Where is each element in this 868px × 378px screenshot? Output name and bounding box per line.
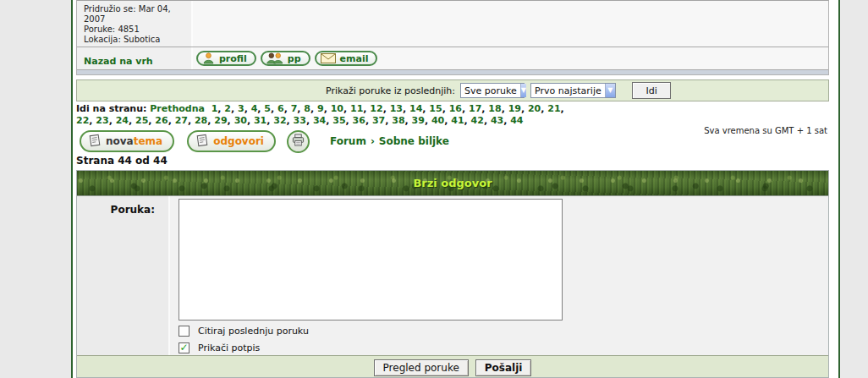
page-link-43[interactable]: 43: [491, 115, 503, 126]
breadcrumb-topic-link[interactable]: Sobne biljke: [379, 135, 449, 147]
page-link-36[interactable]: 36: [353, 115, 365, 126]
reply-button-label: odgovori: [213, 135, 264, 147]
page-link-9[interactable]: 9: [317, 103, 324, 114]
page-link-24[interactable]: 24: [116, 115, 129, 126]
filter-label: Prikaži poruke iz poslednjih:: [326, 85, 455, 96]
page-link-25[interactable]: 25: [135, 115, 148, 126]
attach-signature-checkbox[interactable]: ✓: [179, 342, 190, 353]
page-link-37[interactable]: 37: [372, 115, 385, 126]
period-select[interactable]: Sve poruke ▼: [460, 83, 525, 98]
users-icon: [266, 52, 283, 64]
attach-signature-label: Prikači potpis: [198, 342, 260, 353]
reply-button[interactable]: odgovori: [187, 130, 276, 152]
page-link-7[interactable]: 7: [291, 103, 298, 114]
quote-last-row: Citiraj poslednju poruku: [179, 325, 828, 337]
page-indicator: Strana 44 od 44: [76, 155, 168, 167]
previous-page-link[interactable]: Prethodna: [150, 103, 205, 114]
page-link-19[interactable]: 19: [508, 103, 521, 114]
page-link-22[interactable]: 22: [76, 115, 89, 126]
page-link-13[interactable]: 13: [390, 103, 403, 114]
page-link-21[interactable]: 21: [547, 103, 560, 114]
chevron-down-icon: ▼: [605, 84, 615, 97]
page-link-34[interactable]: 34: [313, 115, 326, 126]
page-link-31[interactable]: 31: [254, 115, 266, 126]
author-info-cell: Pridružio se: Mar 04, 2007 Poruke: 4851 …: [77, 1, 193, 47]
profile-button-label: profil: [219, 53, 247, 64]
page-link-16[interactable]: 16: [449, 103, 462, 114]
page-link-33[interactable]: 33: [294, 115, 306, 126]
page-link-23[interactable]: 23: [96, 115, 108, 126]
page-link-5[interactable]: 5: [264, 103, 271, 114]
quick-reply-footer: Pregled poruke Pošalji: [77, 355, 828, 378]
user-icon: [202, 52, 215, 64]
email-button[interactable]: email: [315, 51, 378, 66]
page-link-17[interactable]: 17: [469, 103, 481, 114]
document-icon: [195, 134, 209, 150]
breadcrumb-forum-link[interactable]: Forum: [330, 135, 366, 147]
page-link-20[interactable]: 20: [528, 103, 541, 114]
page-link-10[interactable]: 10: [331, 103, 343, 114]
page-link-35[interactable]: 35: [332, 115, 345, 126]
private-message-button-label: pp: [288, 53, 301, 64]
page-link-6[interactable]: 6: [277, 103, 284, 114]
page-link-14[interactable]: 14: [409, 103, 422, 114]
attach-signature-row: ✓ Prikači potpis: [179, 342, 828, 354]
page-link-30[interactable]: 30: [234, 115, 247, 126]
page-link-41[interactable]: 41: [451, 115, 464, 126]
pagination: Idi na stranu: Prethodna 1, 2, 3, 4, 5, …: [76, 103, 836, 127]
printer-icon: [292, 134, 305, 150]
page-link-4[interactable]: 4: [251, 103, 258, 114]
page-link-1[interactable]: 1: [212, 103, 218, 114]
page-link-32[interactable]: 32: [273, 115, 286, 126]
private-message-button[interactable]: pp: [261, 51, 310, 66]
quick-reply-panel: Brzi odgovor Poruka: Citiraj poslednju p…: [76, 170, 829, 378]
page-link-42[interactable]: 42: [471, 115, 484, 126]
post-filter-bar: Prikaži poruke iz poslednjih: Sve poruke…: [76, 79, 829, 101]
quote-last-checkbox[interactable]: [179, 326, 190, 337]
print-button[interactable]: [287, 130, 310, 153]
page-link-29[interactable]: 29: [214, 115, 227, 126]
document-icon: [88, 134, 102, 150]
back-to-top-link[interactable]: Nazad na vrh: [77, 47, 193, 69]
new-topic-button[interactable]: novatema: [80, 130, 174, 152]
page-link-40[interactable]: 40: [431, 115, 444, 126]
location: Lokacija: Subotica: [84, 35, 186, 45]
page-link-44[interactable]: 44: [510, 115, 523, 126]
submit-button[interactable]: Pošalji: [475, 359, 532, 376]
joined-date: Pridružio se: Mar 04, 2007: [84, 4, 186, 25]
page-link-38[interactable]: 38: [392, 115, 404, 126]
post-author-table: Pridružio se: Mar 04, 2007 Poruke: 4851 …: [76, 0, 829, 75]
order-select[interactable]: Prvo najstarije ▼: [530, 83, 616, 98]
goto-page-label: Idi na stranu:: [76, 103, 146, 114]
preview-button[interactable]: Pregled poruke: [374, 359, 469, 376]
page-link-2[interactable]: 2: [224, 103, 231, 114]
order-select-value: Prvo najstarije: [531, 85, 605, 96]
profile-buttons-row: profil pp email: [193, 47, 828, 69]
breadcrumb-separator: ›: [366, 135, 379, 147]
quote-last-label: Citiraj poslednju poruku: [198, 326, 309, 337]
page-link-3[interactable]: 3: [238, 103, 244, 114]
profile-button[interactable]: profil: [196, 51, 256, 66]
page-link-8[interactable]: 8: [304, 103, 310, 114]
page-link-15[interactable]: 15: [429, 103, 442, 114]
new-topic-label-prefix: nova: [106, 135, 134, 147]
breadcrumb: Forum›Sobne biljke: [330, 135, 449, 147]
page-link-39[interactable]: 39: [412, 115, 425, 126]
page-link-27[interactable]: 27: [175, 115, 188, 126]
page-link-12[interactable]: 12: [370, 103, 382, 114]
message-textarea[interactable]: [179, 199, 563, 320]
quick-reply-title: Brzi odgovor: [413, 177, 492, 189]
page-link-11[interactable]: 11: [350, 103, 363, 114]
timezone-note: Sva vremena su GMT + 1 sat: [704, 126, 827, 135]
chevron-down-icon: ▼: [520, 84, 526, 97]
post-body-cell: [193, 1, 828, 47]
quick-reply-body: Poruka: Citiraj poslednju poruku ✓ Prika…: [77, 196, 828, 355]
page-border-right: [838, 0, 840, 378]
page-link-26[interactable]: 26: [155, 115, 168, 126]
table-spacer-row: [77, 70, 828, 74]
post-count: Poruke: 4851: [84, 25, 186, 35]
page-link-28[interactable]: 28: [195, 115, 207, 126]
go-button[interactable]: Idi: [632, 82, 671, 99]
page-link-18[interactable]: 18: [488, 103, 501, 114]
message-input-cell: Citiraj poslednju poruku ✓ Prikači potpi…: [170, 196, 828, 355]
